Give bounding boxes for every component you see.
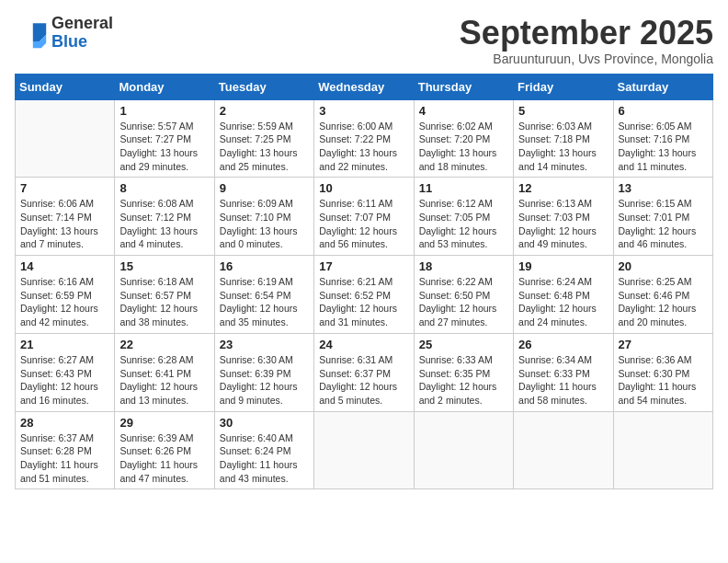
calendar-week-5: 28Sunrise: 6:37 AMSunset: 6:28 PMDayligh… [16, 411, 713, 489]
day-info: Sunrise: 6:21 AMSunset: 6:52 PMDaylight:… [319, 275, 408, 329]
calendar-cell: 7Sunrise: 6:06 AMSunset: 7:14 PMDaylight… [16, 178, 115, 256]
header-saturday: Saturday [613, 74, 712, 99]
calendar-week-4: 21Sunrise: 6:27 AMSunset: 6:43 PMDayligh… [16, 333, 713, 411]
day-number: 23 [220, 338, 309, 351]
day-info: Sunrise: 6:11 AMSunset: 7:07 PMDaylight:… [319, 197, 408, 251]
calendar-cell: 12Sunrise: 6:13 AMSunset: 7:03 PMDayligh… [514, 178, 613, 256]
calendar-cell: 5Sunrise: 6:03 AMSunset: 7:18 PMDaylight… [514, 99, 613, 178]
day-info: Sunrise: 6:19 AMSunset: 6:54 PMDaylight:… [220, 275, 309, 329]
header-friday: Friday [514, 74, 613, 99]
day-number: 12 [518, 181, 608, 195]
calendar-cell: 4Sunrise: 6:02 AMSunset: 7:20 PMDaylight… [414, 99, 513, 178]
calendar-cell: 22Sunrise: 6:28 AMSunset: 6:41 PMDayligh… [115, 333, 214, 411]
calendar-cell: 20Sunrise: 6:25 AMSunset: 6:46 PMDayligh… [613, 256, 712, 334]
calendar-cell [514, 411, 613, 489]
month-title: September 2025 [460, 15, 713, 52]
calendar-cell: 13Sunrise: 6:15 AMSunset: 7:01 PMDayligh… [613, 178, 712, 256]
logo-icon [15, 17, 48, 50]
day-info: Sunrise: 6:37 AMSunset: 6:28 PMDaylight:… [20, 431, 109, 486]
calendar-cell: 18Sunrise: 6:22 AMSunset: 6:50 PMDayligh… [414, 256, 513, 334]
day-number: 7 [20, 181, 109, 195]
day-info: Sunrise: 6:30 AMSunset: 6:39 PMDaylight:… [220, 353, 309, 408]
day-number: 25 [419, 338, 508, 351]
day-number: 24 [319, 338, 408, 351]
calendar-cell [414, 411, 513, 489]
day-info: Sunrise: 6:12 AMSunset: 7:05 PMDaylight:… [419, 197, 508, 251]
day-info: Sunrise: 6:39 AMSunset: 6:26 PMDaylight:… [119, 431, 209, 486]
day-info: Sunrise: 6:16 AMSunset: 6:59 PMDaylight:… [20, 275, 109, 329]
day-info: Sunrise: 6:36 AMSunset: 6:30 PMDaylight:… [619, 353, 708, 408]
calendar-week-1: 1Sunrise: 5:57 AMSunset: 7:27 PMDaylight… [16, 99, 713, 178]
day-number: 2 [220, 104, 309, 118]
day-info: Sunrise: 6:02 AMSunset: 7:20 PMDaylight:… [419, 120, 508, 174]
day-number: 5 [518, 104, 608, 118]
day-number: 20 [619, 259, 708, 273]
calendar-cell: 1Sunrise: 5:57 AMSunset: 7:27 PMDaylight… [115, 99, 214, 178]
logo-text: General Blue [51, 15, 113, 52]
day-number: 14 [20, 259, 109, 273]
header-sunday: Sunday [16, 74, 115, 99]
day-info: Sunrise: 6:18 AMSunset: 6:57 PMDaylight:… [119, 275, 209, 329]
day-info: Sunrise: 5:59 AMSunset: 7:25 PMDaylight:… [220, 120, 309, 174]
header-thursday: Thursday [414, 74, 513, 99]
day-info: Sunrise: 6:22 AMSunset: 6:50 PMDaylight:… [419, 275, 508, 329]
day-number: 29 [119, 416, 209, 430]
day-info: Sunrise: 5:57 AMSunset: 7:27 PMDaylight:… [119, 120, 209, 174]
header-monday: Monday [115, 74, 214, 99]
calendar-week-3: 14Sunrise: 6:16 AMSunset: 6:59 PMDayligh… [16, 256, 713, 334]
day-info: Sunrise: 6:03 AMSunset: 7:18 PMDaylight:… [518, 120, 608, 174]
day-number: 9 [220, 181, 309, 195]
calendar-cell: 17Sunrise: 6:21 AMSunset: 6:52 PMDayligh… [314, 256, 414, 334]
calendar-cell: 21Sunrise: 6:27 AMSunset: 6:43 PMDayligh… [16, 333, 115, 411]
day-info: Sunrise: 6:06 AMSunset: 7:14 PMDaylight:… [20, 197, 109, 251]
logo: General Blue [15, 15, 113, 52]
day-number: 18 [419, 259, 508, 273]
day-info: Sunrise: 6:33 AMSunset: 6:35 PMDaylight:… [419, 353, 508, 408]
day-number: 26 [518, 338, 608, 351]
calendar-cell: 27Sunrise: 6:36 AMSunset: 6:30 PMDayligh… [613, 333, 712, 411]
day-number: 3 [319, 104, 408, 118]
title-area: September 2025 Baruunturuun, Uvs Provinc… [460, 15, 713, 66]
day-number: 16 [220, 259, 309, 273]
calendar-cell: 2Sunrise: 5:59 AMSunset: 7:25 PMDaylight… [214, 99, 313, 178]
day-number: 8 [119, 181, 209, 195]
day-number: 21 [20, 338, 109, 351]
day-info: Sunrise: 6:34 AMSunset: 6:33 PMDaylight:… [518, 353, 608, 408]
day-number: 17 [319, 259, 408, 273]
calendar-cell [16, 99, 115, 178]
calendar-cell: 26Sunrise: 6:34 AMSunset: 6:33 PMDayligh… [514, 333, 613, 411]
calendar-cell: 6Sunrise: 6:05 AMSunset: 7:16 PMDaylight… [613, 99, 712, 178]
day-number: 15 [119, 259, 209, 273]
day-number: 6 [619, 104, 708, 118]
calendar-cell: 25Sunrise: 6:33 AMSunset: 6:35 PMDayligh… [414, 333, 513, 411]
calendar-table: SundayMondayTuesdayWednesdayThursdayFrid… [15, 74, 713, 490]
header-wednesday: Wednesday [314, 74, 414, 99]
calendar-cell [613, 411, 712, 489]
day-info: Sunrise: 6:08 AMSunset: 7:12 PMDaylight:… [119, 197, 209, 251]
day-info: Sunrise: 6:25 AMSunset: 6:46 PMDaylight:… [619, 275, 708, 329]
day-number: 13 [619, 181, 708, 195]
day-info: Sunrise: 6:27 AMSunset: 6:43 PMDaylight:… [20, 353, 109, 408]
calendar-cell: 10Sunrise: 6:11 AMSunset: 7:07 PMDayligh… [314, 178, 414, 256]
calendar-cell: 30Sunrise: 6:40 AMSunset: 6:24 PMDayligh… [214, 411, 313, 489]
day-info: Sunrise: 6:24 AMSunset: 6:48 PMDaylight:… [518, 275, 608, 329]
calendar-cell: 8Sunrise: 6:08 AMSunset: 7:12 PMDaylight… [115, 178, 214, 256]
day-number: 1 [119, 104, 209, 118]
day-number: 11 [419, 181, 508, 195]
calendar-cell: 19Sunrise: 6:24 AMSunset: 6:48 PMDayligh… [514, 256, 613, 334]
day-number: 22 [119, 338, 209, 351]
day-info: Sunrise: 6:31 AMSunset: 6:37 PMDaylight:… [319, 353, 408, 408]
day-info: Sunrise: 6:40 AMSunset: 6:24 PMDaylight:… [220, 431, 309, 486]
day-info: Sunrise: 6:00 AMSunset: 7:22 PMDaylight:… [319, 120, 408, 174]
day-number: 19 [518, 259, 608, 273]
day-number: 28 [20, 416, 109, 430]
header: General Blue September 2025 Baruunturuun… [15, 15, 713, 66]
calendar-cell: 29Sunrise: 6:39 AMSunset: 6:26 PMDayligh… [115, 411, 214, 489]
day-number: 27 [619, 338, 708, 351]
day-info: Sunrise: 6:05 AMSunset: 7:16 PMDaylight:… [619, 120, 708, 174]
calendar-cell [314, 411, 414, 489]
day-number: 4 [419, 104, 508, 118]
calendar-week-2: 7Sunrise: 6:06 AMSunset: 7:14 PMDaylight… [16, 178, 713, 256]
day-info: Sunrise: 6:13 AMSunset: 7:03 PMDaylight:… [518, 197, 608, 251]
calendar-cell: 11Sunrise: 6:12 AMSunset: 7:05 PMDayligh… [414, 178, 513, 256]
